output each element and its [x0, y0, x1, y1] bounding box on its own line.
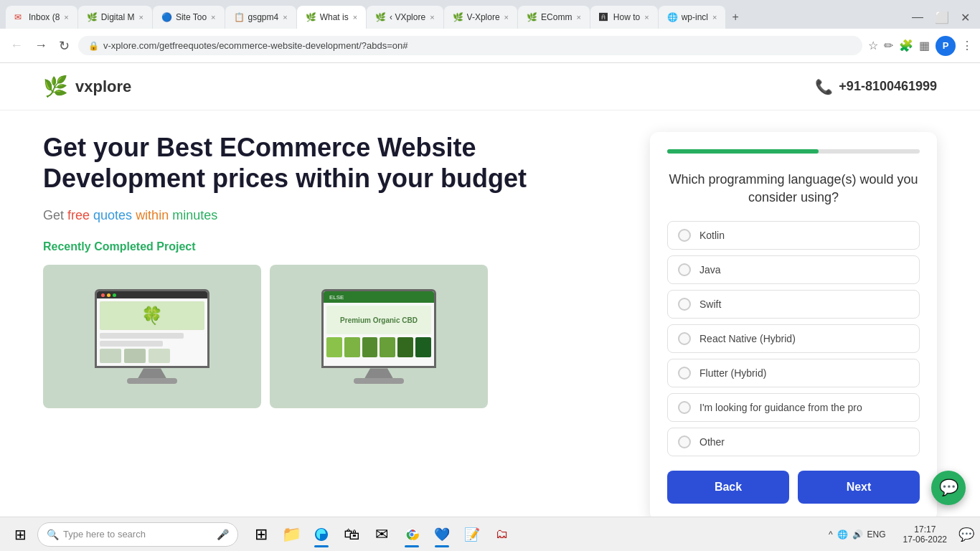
radio-guidance[interactable] — [678, 401, 691, 414]
maximize-button[interactable]: ⬜ — [930, 9, 953, 26]
tab-favicon-vxplore2: 🌿 — [453, 12, 463, 22]
tab-wpincl[interactable]: 🌐 wp-incl × — [659, 6, 726, 29]
screen-inner-2: ELSE Premium Organic CBD — [324, 291, 434, 366]
back-button[interactable]: ← — [7, 35, 26, 56]
tab-favicon-gsgpm: 📋 — [234, 12, 244, 22]
back-quiz-button[interactable]: Back — [667, 471, 789, 504]
pen-icon[interactable]: ✏ — [884, 39, 893, 52]
screen-site-name: ELSE — [329, 294, 344, 301]
tab-close-gsgpm[interactable]: × — [283, 13, 287, 22]
tab-favicon-sitetool: 🔵 — [161, 12, 171, 22]
systray-network[interactable]: 🌐 — [837, 529, 848, 540]
taskbar-app-chrome[interactable] — [397, 520, 426, 549]
tab-vxplore1[interactable]: 🌿 ‹ VXplore × — [367, 6, 443, 29]
sidebar-toggle-icon[interactable]: ▦ — [919, 39, 930, 52]
radio-swift[interactable] — [678, 298, 691, 311]
quiz-options: Kotlin Java Swift React Native (Hybrid) … — [667, 221, 920, 456]
tab-close-whatis[interactable]: × — [353, 13, 357, 22]
forward-button[interactable]: → — [32, 35, 50, 56]
phone-icon: 📞 — [815, 78, 833, 95]
tab-close-digital[interactable]: × — [138, 13, 143, 22]
tab-close-vxplore1[interactable]: × — [430, 13, 434, 22]
project-card-1: 🍀 — [43, 265, 261, 408]
radio-flutter[interactable] — [678, 367, 691, 380]
main-area: Get your Best ECommerce Website Developm… — [0, 110, 980, 517]
site-header: 🌿 vxplore 📞 +91-8100461999 — [0, 63, 980, 110]
taskbar-mic-icon[interactable]: 🎤 — [217, 529, 229, 540]
taskbar-app-mail[interactable]: ✉ — [367, 520, 396, 549]
extension-icon[interactable]: 🧩 — [899, 39, 913, 52]
taskbar-app-manager[interactable]: ⊞ — [247, 520, 275, 549]
start-button[interactable]: ⊞ — [6, 520, 34, 549]
reload-button[interactable]: ↻ — [56, 35, 72, 57]
tab-gsgpm[interactable]: 📋 gsgpm4 × — [225, 6, 296, 29]
systray-chevron[interactable]: ^ — [829, 529, 833, 540]
monitor-base-2 — [354, 378, 404, 384]
taskbar-app-filezilla[interactable]: 🗂 — [488, 520, 517, 549]
tab-close-ecomm[interactable]: × — [576, 13, 580, 22]
logo-icon: 🌿 — [43, 75, 68, 98]
screen-thumb-1a — [100, 349, 121, 363]
bookmark-icon[interactable]: ☆ — [868, 39, 878, 52]
taskbar-app-explorer[interactable]: 📁 — [277, 520, 306, 549]
taskbar-datetime[interactable]: 17:17 17-06-2022 — [897, 524, 953, 545]
next-quiz-button[interactable]: Next — [798, 471, 920, 504]
tab-favicon-digital: 🌿 — [87, 12, 97, 22]
project-card-2: ELSE Premium Organic CBD — [270, 265, 488, 408]
taskbar-notification[interactable]: 💬 — [958, 527, 974, 542]
tab-close-inbox[interactable]: × — [64, 13, 68, 22]
tab-howto[interactable]: 🅰 How to × — [590, 6, 658, 29]
taskbar-app-edge[interactable] — [307, 520, 336, 549]
radio-kotlin[interactable] — [678, 229, 691, 242]
menu-icon[interactable]: ⋮ — [961, 39, 973, 52]
option-swift[interactable]: Swift — [667, 290, 920, 319]
option-guidance[interactable]: I'm looking for guidance from the pro — [667, 393, 920, 422]
option-kotlin-label: Kotlin — [699, 230, 725, 241]
screen-products-2 — [326, 337, 431, 357]
radio-java[interactable] — [678, 263, 691, 276]
tab-title-vxplore2: V-Xplore — [467, 12, 500, 22]
taskbar-search[interactable]: 🔍 Type here to search 🎤 — [37, 522, 238, 547]
screen-thumbs-1 — [100, 349, 204, 363]
option-react-native[interactable]: React Native (Hybrid) — [667, 324, 920, 353]
tab-close-wpincl[interactable]: × — [712, 13, 717, 22]
tab-inbox[interactable]: ✉ Inbox (8 × — [6, 6, 77, 29]
tab-ecomm[interactable]: 🌿 EComm × — [518, 6, 590, 29]
option-flutter-label: Flutter (Hybrid) — [699, 367, 766, 379]
systray-lang[interactable]: ENG — [867, 529, 886, 540]
tab-close-sitetool[interactable]: × — [211, 13, 215, 22]
radio-other[interactable] — [678, 435, 691, 448]
product-2 — [344, 337, 360, 357]
new-tab-button[interactable]: + — [726, 8, 744, 27]
option-other-label: Other — [699, 436, 725, 448]
taskbar-app-vscode[interactable]: 💙 — [428, 520, 456, 549]
taskbar-app-store[interactable]: 🛍 — [337, 520, 366, 549]
tab-title-gsgpm: gsgpm4 — [248, 12, 279, 22]
option-other[interactable]: Other — [667, 428, 920, 456]
tab-close-vxplore2[interactable]: × — [504, 13, 509, 22]
svg-point-2 — [410, 532, 414, 536]
address-bar-icons: ☆ ✏ 🧩 ▦ P ⋮ — [868, 36, 973, 56]
url-field[interactable]: 🔒 v-xplore.com/getfreequotes/ecommerce-w… — [78, 36, 862, 55]
progress-bar-fill — [667, 149, 819, 154]
tab-vxplore2[interactable]: 🌿 V-Xplore × — [444, 6, 517, 29]
option-flutter[interactable]: Flutter (Hybrid) — [667, 359, 920, 387]
tab-title-inbox: Inbox (8 — [29, 12, 60, 22]
screen-thumb-1b — [124, 349, 146, 363]
tab-whatis[interactable]: 🌿 What is × — [297, 6, 366, 29]
chat-bubble[interactable]: 💬 — [931, 471, 966, 505]
screen-header-2: ELSE — [324, 291, 434, 303]
option-swift-label: Swift — [699, 298, 721, 310]
quiz-actions: Back Next — [667, 471, 920, 504]
systray-volume[interactable]: 🔊 — [852, 529, 863, 540]
radio-react-native[interactable] — [678, 332, 691, 345]
close-button[interactable]: ✕ — [956, 9, 974, 26]
tab-close-howto[interactable]: × — [644, 13, 649, 22]
option-kotlin[interactable]: Kotlin — [667, 221, 920, 250]
tab-sitetool[interactable]: 🔵 Site Too × — [153, 6, 225, 29]
profile-button[interactable]: P — [936, 36, 956, 56]
minimize-button[interactable]: — — [908, 9, 928, 25]
taskbar-app-brackets[interactable]: 📝 — [458, 520, 486, 549]
option-java[interactable]: Java — [667, 255, 920, 284]
tab-digital[interactable]: 🌿 Digital M × — [78, 6, 152, 29]
